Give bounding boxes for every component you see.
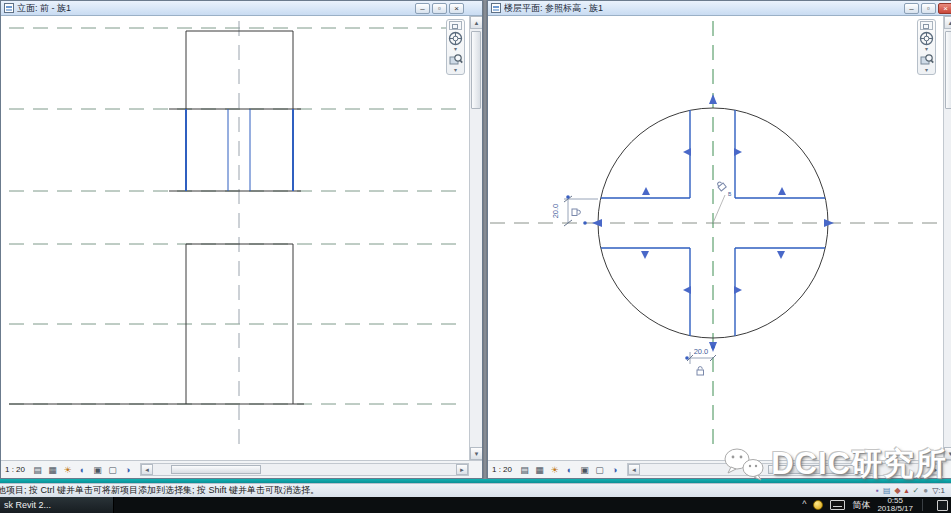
vertical-scroll-thumb[interactable]	[471, 31, 481, 109]
filter-funnel-icon: ▽	[932, 486, 938, 495]
detail-level-icon[interactable]: ▤	[518, 463, 531, 476]
hide-isolate-icon[interactable]: ◑	[608, 463, 621, 476]
background-processes-icon[interactable]: ●	[923, 486, 928, 496]
view-scale-label[interactable]: 1 : 20	[492, 465, 512, 474]
elevation-view-icon	[4, 3, 14, 13]
horizontal-scroll-thumb[interactable]	[171, 465, 261, 474]
vertical-scroll-thumb[interactable]	[945, 31, 951, 109]
horizontal-scrollbar[interactable]: ◄ ►	[627, 463, 943, 476]
selection-count: 1	[941, 486, 945, 495]
model-lines[interactable]	[9, 31, 304, 404]
tray-expand-icon[interactable]: ^	[802, 499, 806, 509]
vertical-scrollbar[interactable]: ▲ ▼	[943, 16, 951, 460]
ime-language-label[interactable]: 简体	[852, 499, 870, 512]
keyboard-icon[interactable]	[830, 500, 845, 510]
open-padlock-icon[interactable]	[697, 367, 704, 375]
horizontal-scroll-thumb[interactable]	[768, 465, 878, 474]
close-button[interactable]: ×	[938, 3, 951, 14]
floor-plan-window[interactable]: 楼层平面: 参照标高 - 族1 – ▫ ×	[487, 0, 951, 479]
shadows-icon[interactable]: ◐	[76, 463, 89, 476]
taskbar-clock[interactable]: 0:55 2018/5/17	[877, 497, 913, 513]
clock-date: 2018/5/17	[877, 505, 913, 513]
dimension-grip[interactable]	[583, 221, 587, 225]
vertical-scrollbar[interactable]: ▲ ▼	[469, 16, 482, 460]
worksets-icon[interactable]: ▤	[883, 486, 891, 496]
steering-wheel-icon[interactable]	[919, 31, 934, 46]
scroll-up-icon[interactable]: ▲	[470, 16, 482, 29]
elevation-drawing-area[interactable]: ▾ ▾ ▲ ▼ 1 : 20 ▤ ▦ ☀ ◐ ▣ ▢ ◑	[1, 16, 482, 478]
open-padlock-icon[interactable]	[572, 209, 580, 216]
navigation-bar[interactable]: ▾ ▾	[917, 19, 936, 75]
annotation-leader-line	[713, 195, 725, 223]
temporary-dimension-bottom[interactable]: 20.0	[685, 345, 716, 375]
visual-style-icon[interactable]: ▦	[533, 463, 546, 476]
steering-wheel-icon[interactable]	[448, 31, 463, 46]
floor-plan-drawing-area[interactable]: 20.0 20.0	[488, 16, 951, 478]
navigation-wheel-mini-icon[interactable]	[920, 21, 933, 30]
view-control-bar: 1 : 20 ▤ ▦ ☀ ◐ ▣ ▢ ◑ ◄ ►	[488, 460, 951, 478]
close-button[interactable]: ×	[449, 3, 464, 14]
tray-app-icon[interactable]	[813, 500, 823, 510]
temporary-dimension-left[interactable]: 20.0	[551, 195, 598, 226]
crop-view-icon[interactable]: ▣	[578, 463, 591, 476]
restore-button[interactable]: ▫	[432, 3, 447, 14]
detail-level-icon[interactable]: ▤	[31, 463, 44, 476]
view-scale-label[interactable]: 1 : 20	[5, 465, 25, 474]
wheel-dropdown-icon[interactable]: ▾	[925, 47, 928, 52]
horizontal-scrollbar[interactable]: ◄ ►	[140, 463, 469, 476]
shape-handle-arrow	[778, 187, 786, 195]
minimize-button[interactable]: –	[415, 3, 430, 14]
exclude-options-icon[interactable]: ▴	[905, 486, 909, 496]
open-padlock-icon[interactable]	[716, 180, 726, 191]
scroll-right-icon[interactable]: ►	[930, 464, 942, 475]
scroll-left-icon[interactable]: ◄	[141, 464, 153, 475]
sun-path-icon[interactable]: ☀	[548, 463, 561, 476]
wheel-dropdown-icon[interactable]: ▾	[454, 47, 457, 52]
selection-filter[interactable]: ▽:1	[932, 486, 945, 495]
editing-requests-icon[interactable]: ▪	[876, 486, 879, 496]
shape-handle-arrow	[734, 286, 742, 294]
minimize-button[interactable]: –	[904, 3, 919, 14]
tray-separator	[922, 499, 930, 511]
zoom-icon[interactable]	[449, 53, 463, 67]
elevation-view-window[interactable]: 立面: 前 - 族1 – ▫ ×	[0, 0, 483, 479]
design-options-icon[interactable]: ◆	[894, 486, 900, 496]
reference-plane-horizontal[interactable]	[9, 28, 459, 404]
zoom-dropdown-icon[interactable]: ▾	[925, 68, 928, 73]
show-crop-icon[interactable]: ▢	[593, 463, 606, 476]
zoom-icon[interactable]	[920, 53, 934, 67]
scroll-up-icon[interactable]: ▲	[944, 16, 951, 29]
taskbar-app-button[interactable]: sk Revit 2...	[0, 497, 114, 513]
crop-view-icon[interactable]: ▣	[91, 463, 104, 476]
zoom-dropdown-icon[interactable]: ▾	[454, 68, 457, 73]
elevation-drawing	[1, 16, 471, 462]
status-message: 他项目; 按 Ctrl 键并单击可将新项目添加到选择集; 按 Shift 键并单…	[0, 484, 319, 497]
padlock-sub-label: B	[728, 191, 732, 197]
visual-style-icon[interactable]: ▦	[46, 463, 59, 476]
restore-button[interactable]: ▫	[921, 3, 936, 14]
navigation-bar[interactable]: ▾ ▾	[446, 19, 465, 75]
floor-plan-window-titlebar[interactable]: 楼层平面: 参照标高 - 族1 – ▫ ×	[488, 1, 951, 16]
shape-handle-arrow	[824, 219, 834, 227]
shape-handle-arrow	[683, 286, 691, 294]
notification-center-icon[interactable]	[937, 500, 948, 511]
dimension-grip[interactable]	[685, 356, 689, 360]
elevation-window-title: 立面: 前 - 族1	[17, 2, 412, 15]
scroll-right-icon[interactable]: ►	[456, 464, 468, 475]
hide-isolate-icon[interactable]: ◑	[121, 463, 134, 476]
elevation-window-titlebar[interactable]: 立面: 前 - 族1 – ▫ ×	[1, 1, 482, 16]
scroll-left-icon[interactable]: ◄	[628, 464, 640, 475]
shape-handle-arrow	[734, 148, 742, 156]
navigation-wheel-mini-icon[interactable]	[449, 21, 462, 30]
system-tray: ^ 简体 0:55 2018/5/17	[802, 497, 951, 513]
shape-handle-arrow	[592, 219, 602, 227]
show-crop-icon[interactable]: ▢	[106, 463, 119, 476]
sun-path-icon[interactable]: ☀	[61, 463, 74, 476]
press-drag-icon[interactable]: ✓	[913, 486, 920, 496]
scroll-down-icon[interactable]: ▼	[470, 447, 482, 460]
scroll-down-icon[interactable]: ▼	[944, 447, 951, 460]
shadows-icon[interactable]: ◐	[563, 463, 576, 476]
shape-handle-arrow	[642, 187, 650, 195]
dimension-grip[interactable]	[711, 345, 715, 349]
dimension-grip[interactable]	[566, 195, 570, 199]
